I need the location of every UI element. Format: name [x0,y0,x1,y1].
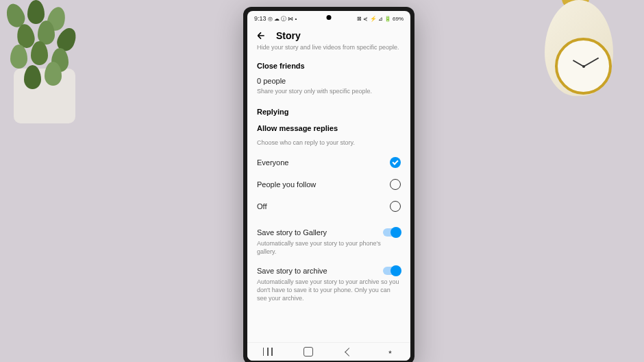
replying-title: Replying [257,108,401,116]
clock-decoration [528,0,630,134]
home-icon [304,347,313,357]
toggle-on-icon [383,267,401,275]
camera-notch [327,15,332,20]
nav-recent-button[interactable] [261,345,275,359]
page-title: Story [276,30,301,41]
save-gallery-label: Save story to Gallery [257,228,327,237]
allow-replies-hint: Choose who can reply to your story. [257,139,401,147]
close-friends-title: Close friends [257,62,401,70]
status-right-icons: ⊠ ⋞ ⚡ ⊿ 🔋 [357,16,391,22]
toggle-on-icon [383,228,401,237]
reply-everyone-label: Everyone [257,158,288,167]
status-time: 9:13 [254,15,267,22]
accessibility-icon: ⋆ [387,346,393,357]
radio-unchecked-icon [390,201,401,212]
plant-decoration [0,0,110,130]
back-arrow-icon [256,30,267,41]
nav-accessibility-button[interactable]: ⋆ [383,345,397,359]
save-archive-row[interactable]: Save story to archive [257,263,401,276]
status-left-icons: ◎ ☁ ⓘ ⋈ • [268,15,297,23]
close-friends-section[interactable]: Close friends 0 people Share your story … [257,62,401,96]
reply-option-everyone[interactable]: Everyone [257,152,401,173]
back-button[interactable] [256,30,267,41]
recent-apps-icon [263,348,273,356]
save-archive-hint: Automatically save your story to your ar… [257,278,401,302]
reply-option-following[interactable]: People you follow [257,173,401,195]
status-battery: 69% [393,16,404,22]
nav-back-button[interactable] [343,345,356,359]
reply-off-label: Off [257,202,267,210]
phone-screen: 9:13 ◎ ☁ ⓘ ⋈ • ⊠ ⋞ ⚡ ⊿ 🔋 69% Story Hide … [247,11,410,361]
radio-checked-icon [390,157,401,168]
android-nav-bar: ⋆ [247,342,410,361]
page-header: Story [247,25,410,44]
phone-frame: 9:13 ◎ ☁ ⓘ ⋈ • ⊠ ⋞ ⚡ ⊿ 🔋 69% Story Hide … [243,7,414,362]
back-icon [345,348,354,357]
save-archive-label: Save story to archive [257,267,327,275]
nav-home-button[interactable] [301,345,315,359]
save-gallery-row[interactable]: Save story to Gallery [257,224,401,238]
reply-option-off[interactable]: Off [257,195,401,217]
reply-following-label: People you follow [257,180,316,189]
close-friends-count: 0 people [257,77,401,85]
close-friends-hint: Share your story only with specific peop… [257,88,401,96]
allow-replies-title: Allow message replies [257,124,401,132]
hide-story-hint: Hide your story and live videos from spe… [257,44,401,52]
radio-unchecked-icon [390,179,401,190]
save-gallery-hint: Automatically save your story to your ph… [257,240,401,256]
